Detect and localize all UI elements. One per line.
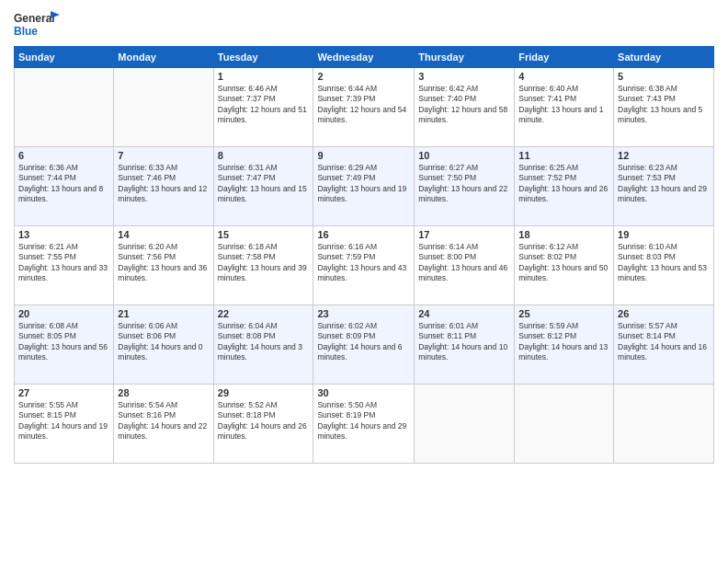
calendar-cell: 29Sunrise: 5:52 AM Sunset: 8:18 PM Dayli… xyxy=(213,385,313,464)
day-info: Sunrise: 6:04 AM Sunset: 8:08 PM Dayligh… xyxy=(218,321,310,363)
calendar-cell xyxy=(114,68,213,147)
day-info: Sunrise: 6:33 AM Sunset: 7:46 PM Dayligh… xyxy=(118,163,209,205)
day-info: Sunrise: 6:31 AM Sunset: 7:47 PM Dayligh… xyxy=(218,163,310,205)
calendar-cell: 20Sunrise: 6:08 AM Sunset: 8:05 PM Dayli… xyxy=(15,305,114,385)
day-number: 2 xyxy=(317,71,410,82)
day-info: Sunrise: 6:12 AM Sunset: 8:02 PM Dayligh… xyxy=(518,242,609,284)
weekday-header-saturday: Saturday xyxy=(614,47,714,68)
calendar-cell: 14Sunrise: 6:20 AM Sunset: 7:56 PM Dayli… xyxy=(114,226,213,305)
weekday-header-row: SundayMondayTuesdayWednesdayThursdayFrid… xyxy=(15,47,714,68)
day-number: 17 xyxy=(418,229,510,240)
calendar-cell xyxy=(15,68,114,147)
header: GeneralBlue xyxy=(14,9,714,39)
day-number: 29 xyxy=(218,387,310,398)
calendar-cell: 22Sunrise: 6:04 AM Sunset: 8:08 PM Dayli… xyxy=(213,305,313,385)
day-info: Sunrise: 6:44 AM Sunset: 7:39 PM Dayligh… xyxy=(317,84,410,126)
day-info: Sunrise: 6:21 AM Sunset: 7:55 PM Dayligh… xyxy=(18,242,109,284)
day-number: 12 xyxy=(618,150,710,161)
day-info: Sunrise: 5:50 AM Sunset: 8:19 PM Dayligh… xyxy=(317,400,410,442)
day-info: Sunrise: 6:06 AM Sunset: 8:06 PM Dayligh… xyxy=(118,321,209,363)
day-info: Sunrise: 6:23 AM Sunset: 7:53 PM Dayligh… xyxy=(618,163,710,205)
calendar-cell xyxy=(415,385,515,464)
day-number: 18 xyxy=(518,229,609,240)
day-number: 7 xyxy=(118,150,209,161)
day-number: 26 xyxy=(618,308,710,319)
calendar-week-row: 27Sunrise: 5:55 AM Sunset: 8:15 PM Dayli… xyxy=(15,385,714,464)
day-info: Sunrise: 5:59 AM Sunset: 8:12 PM Dayligh… xyxy=(518,321,609,363)
svg-text:General: General xyxy=(14,12,55,25)
page: GeneralBlue SundayMondayTuesdayWednesday… xyxy=(0,0,728,563)
day-number: 1 xyxy=(218,71,310,82)
calendar-cell: 7Sunrise: 6:33 AM Sunset: 7:46 PM Daylig… xyxy=(114,147,213,226)
calendar-cell: 12Sunrise: 6:23 AM Sunset: 7:53 PM Dayli… xyxy=(614,147,714,226)
day-number: 27 xyxy=(18,387,109,398)
calendar-cell: 18Sunrise: 6:12 AM Sunset: 8:02 PM Dayli… xyxy=(515,226,614,305)
day-info: Sunrise: 6:14 AM Sunset: 8:00 PM Dayligh… xyxy=(418,242,510,284)
weekday-header-monday: Monday xyxy=(114,47,213,68)
calendar-cell: 17Sunrise: 6:14 AM Sunset: 8:00 PM Dayli… xyxy=(415,226,515,305)
calendar-cell: 21Sunrise: 6:06 AM Sunset: 8:06 PM Dayli… xyxy=(114,305,213,385)
day-info: Sunrise: 6:20 AM Sunset: 7:56 PM Dayligh… xyxy=(118,242,209,284)
calendar-cell: 4Sunrise: 6:40 AM Sunset: 7:41 PM Daylig… xyxy=(515,68,614,147)
calendar-cell: 26Sunrise: 5:57 AM Sunset: 8:14 PM Dayli… xyxy=(614,305,714,385)
calendar-cell: 11Sunrise: 6:25 AM Sunset: 7:52 PM Dayli… xyxy=(515,147,614,226)
day-number: 24 xyxy=(418,308,510,319)
day-info: Sunrise: 6:10 AM Sunset: 8:03 PM Dayligh… xyxy=(618,242,710,284)
weekday-header-tuesday: Tuesday xyxy=(213,47,313,68)
day-number: 14 xyxy=(118,229,209,240)
day-info: Sunrise: 6:36 AM Sunset: 7:44 PM Dayligh… xyxy=(18,163,109,205)
svg-text:Blue: Blue xyxy=(14,25,38,38)
calendar-week-row: 13Sunrise: 6:21 AM Sunset: 7:55 PM Dayli… xyxy=(15,226,714,305)
day-info: Sunrise: 5:52 AM Sunset: 8:18 PM Dayligh… xyxy=(218,400,310,442)
day-number: 25 xyxy=(518,308,609,319)
calendar-cell: 8Sunrise: 6:31 AM Sunset: 7:47 PM Daylig… xyxy=(213,147,313,226)
calendar-week-row: 20Sunrise: 6:08 AM Sunset: 8:05 PM Dayli… xyxy=(15,305,714,385)
calendar-cell: 30Sunrise: 5:50 AM Sunset: 8:19 PM Dayli… xyxy=(313,385,415,464)
day-info: Sunrise: 6:25 AM Sunset: 7:52 PM Dayligh… xyxy=(518,163,609,205)
day-info: Sunrise: 6:01 AM Sunset: 8:11 PM Dayligh… xyxy=(418,321,510,363)
day-number: 3 xyxy=(418,71,510,82)
day-info: Sunrise: 6:46 AM Sunset: 7:37 PM Dayligh… xyxy=(218,84,310,126)
day-info: Sunrise: 6:42 AM Sunset: 7:40 PM Dayligh… xyxy=(418,84,510,126)
day-info: Sunrise: 6:18 AM Sunset: 7:58 PM Dayligh… xyxy=(218,242,310,284)
calendar-cell: 25Sunrise: 5:59 AM Sunset: 8:12 PM Dayli… xyxy=(515,305,614,385)
day-number: 21 xyxy=(118,308,209,319)
day-number: 28 xyxy=(118,387,209,398)
day-number: 22 xyxy=(218,308,310,319)
logo: GeneralBlue xyxy=(14,9,64,39)
calendar-cell: 28Sunrise: 5:54 AM Sunset: 8:16 PM Dayli… xyxy=(114,385,213,464)
calendar-cell: 2Sunrise: 6:44 AM Sunset: 7:39 PM Daylig… xyxy=(313,68,415,147)
weekday-header-friday: Friday xyxy=(515,47,614,68)
day-info: Sunrise: 6:27 AM Sunset: 7:50 PM Dayligh… xyxy=(418,163,510,205)
day-number: 8 xyxy=(218,150,310,161)
day-info: Sunrise: 5:55 AM Sunset: 8:15 PM Dayligh… xyxy=(18,400,109,442)
day-number: 9 xyxy=(317,150,410,161)
day-number: 16 xyxy=(317,229,410,240)
calendar-cell: 5Sunrise: 6:38 AM Sunset: 7:43 PM Daylig… xyxy=(614,68,714,147)
calendar-table: SundayMondayTuesdayWednesdayThursdayFrid… xyxy=(14,46,714,464)
calendar-cell xyxy=(515,385,614,464)
day-number: 5 xyxy=(618,71,710,82)
day-number: 6 xyxy=(18,150,109,161)
day-info: Sunrise: 6:38 AM Sunset: 7:43 PM Dayligh… xyxy=(618,84,710,126)
day-info: Sunrise: 6:40 AM Sunset: 7:41 PM Dayligh… xyxy=(518,84,609,126)
calendar-cell: 9Sunrise: 6:29 AM Sunset: 7:49 PM Daylig… xyxy=(313,147,415,226)
calendar-cell xyxy=(614,385,714,464)
day-info: Sunrise: 6:16 AM Sunset: 7:59 PM Dayligh… xyxy=(317,242,410,284)
weekday-header-wednesday: Wednesday xyxy=(313,47,415,68)
calendar-cell: 1Sunrise: 6:46 AM Sunset: 7:37 PM Daylig… xyxy=(213,68,313,147)
calendar-week-row: 1Sunrise: 6:46 AM Sunset: 7:37 PM Daylig… xyxy=(15,68,714,147)
weekday-header-sunday: Sunday xyxy=(15,47,114,68)
calendar-cell: 24Sunrise: 6:01 AM Sunset: 8:11 PM Dayli… xyxy=(415,305,515,385)
day-number: 23 xyxy=(317,308,410,319)
day-info: Sunrise: 6:29 AM Sunset: 7:49 PM Dayligh… xyxy=(317,163,410,205)
calendar-cell: 10Sunrise: 6:27 AM Sunset: 7:50 PM Dayli… xyxy=(415,147,515,226)
day-number: 20 xyxy=(18,308,109,319)
day-number: 4 xyxy=(518,71,609,82)
calendar-cell: 16Sunrise: 6:16 AM Sunset: 7:59 PM Dayli… xyxy=(313,226,415,305)
calendar-cell: 27Sunrise: 5:55 AM Sunset: 8:15 PM Dayli… xyxy=(15,385,114,464)
day-number: 15 xyxy=(218,229,310,240)
calendar-cell: 13Sunrise: 6:21 AM Sunset: 7:55 PM Dayli… xyxy=(15,226,114,305)
weekday-header-thursday: Thursday xyxy=(415,47,515,68)
day-number: 13 xyxy=(18,229,109,240)
